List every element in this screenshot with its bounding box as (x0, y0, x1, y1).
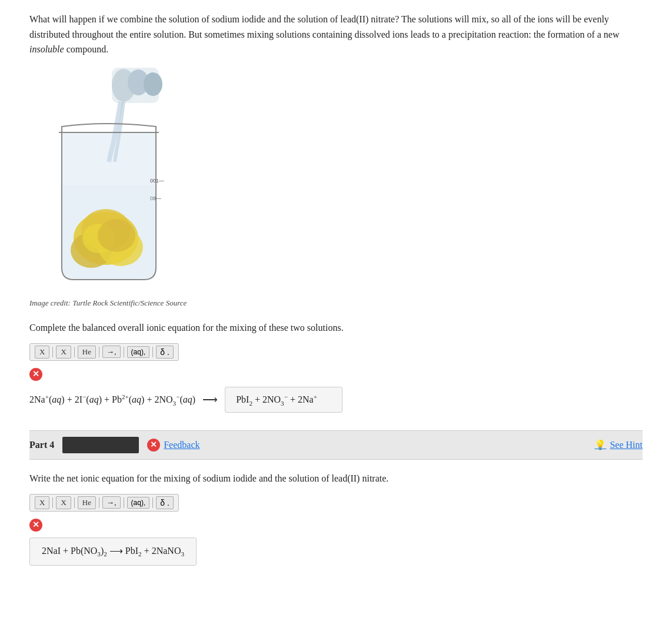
equation1-row: 2Na+(aq) + 2I−(aq) + Pb2+(aq) + 2NO3−(aq… (29, 387, 643, 413)
insoluble-italic: insoluble (29, 44, 64, 54)
toolbar1-sep1 (52, 347, 53, 357)
toolbar1-sep3 (99, 347, 99, 357)
feedback-link[interactable]: Feedback (164, 440, 199, 450)
hint-icon: 💡 (594, 439, 606, 450)
toolbar2-sep2 (74, 497, 75, 508)
error-icon-2[interactable]: ✕ (29, 519, 42, 532)
hint-label: See Hint (610, 440, 643, 450)
toolbar1-he-button[interactable]: He (78, 346, 96, 359)
toolbar1-aq-button[interactable]: (aq), (127, 346, 150, 358)
toolbar1-arrow-button[interactable]: →, (102, 346, 121, 358)
toolbar2-arrow-button[interactable]: →, (102, 496, 121, 509)
part4-label: Part 4 (29, 440, 54, 450)
beaker-svg: 001— 08— (29, 68, 179, 291)
toolbar2: X X He →, (aq), δ . (29, 494, 179, 512)
toolbar1-sep2 (74, 347, 75, 357)
toolbar1-sep4 (124, 347, 124, 357)
toolbar1-x2-button[interactable]: X (56, 346, 71, 359)
toolbar1-sep5 (152, 347, 153, 357)
equation1-arrow: ⟶ (202, 393, 218, 406)
toolbar2-x2-button[interactable]: X (56, 496, 71, 509)
svg-point-3 (144, 72, 162, 96)
part4-input[interactable] (62, 437, 139, 453)
toolbar2-sep5 (152, 497, 153, 508)
toolbar2-sep1 (52, 497, 53, 508)
error-icon-1[interactable]: ✕ (29, 368, 42, 381)
hint-button[interactable]: 💡 See Hint (594, 439, 643, 450)
part4-bar: Part 4 ✕ Feedback 💡 See Hint (29, 430, 643, 460)
equation2-row: 2NaI + Pb(NO3)2 ⟶ PbI2 + 2NaNO3 (29, 537, 643, 566)
question1-text: Complete the balanced overall ionic equa… (29, 321, 643, 335)
toolbar2-sep4 (124, 497, 124, 508)
toolbar1: X X He →, (aq), δ . (29, 343, 179, 361)
toolbar1-x1-button[interactable]: X (35, 346, 49, 359)
intro-paragraph: What will happen if we combine the solut… (29, 12, 643, 57)
question2-text: Write the net ionic equation for the mix… (29, 472, 643, 486)
toolbar2-he-button[interactable]: He (78, 496, 96, 509)
feedback-error-icon[interactable]: ✕ (147, 439, 160, 452)
toolbar2-delta-button[interactable]: δ . (156, 496, 174, 509)
equation1-rhs-box[interactable]: PbI2 + 2NO3− + 2Na+ (225, 387, 342, 413)
toolbar2-x1-button[interactable]: X (35, 496, 49, 509)
beaker-image: 001— 08— (29, 68, 643, 294)
toolbar1-delta-button[interactable]: δ . (156, 346, 174, 359)
feedback-container[interactable]: ✕ Feedback (147, 439, 199, 452)
toolbar2-sep3 (99, 497, 99, 508)
svg-text:001—: 001— (150, 178, 164, 184)
toolbar2-aq-button[interactable]: (aq), (127, 497, 150, 509)
image-credit: Image credit: Turtle Rock Scientific/Sci… (29, 298, 643, 308)
equation2-box[interactable]: 2NaI + Pb(NO3)2 ⟶ PbI2 + 2NaNO3 (29, 537, 197, 566)
equation1-lhs: 2Na+(aq) + 2I−(aq) + Pb2+(aq) + 2NO3−(aq… (29, 393, 195, 407)
